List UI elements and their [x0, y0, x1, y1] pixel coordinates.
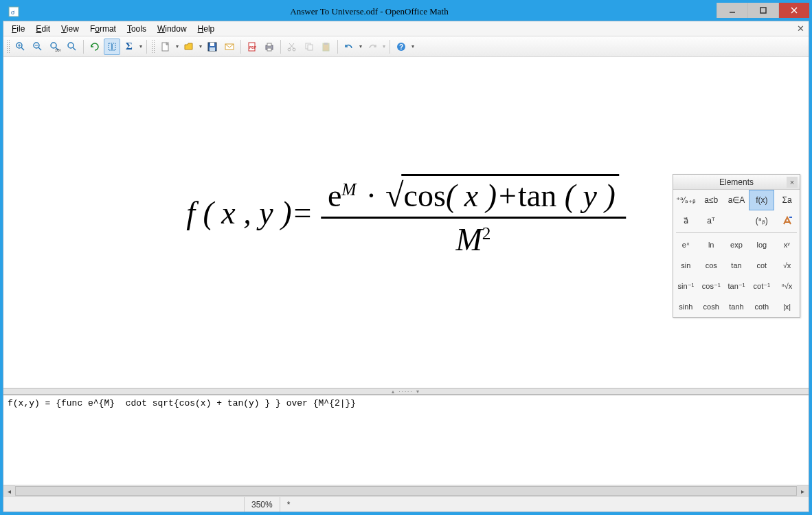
refresh-button[interactable] — [87, 39, 103, 55]
svg-rect-35 — [308, 45, 313, 50]
export-pdf-button[interactable]: PDF — [244, 39, 260, 55]
fn-coth[interactable]: coth — [749, 296, 774, 317]
scroll-left-icon[interactable]: ◂ — [3, 485, 15, 497]
document-close-icon[interactable]: ✕ — [797, 23, 804, 34]
undo-button[interactable] — [341, 39, 357, 55]
numerator: eM · √cos( x )+tan ( y ) — [321, 174, 626, 219]
fn-ln[interactable]: ln — [699, 234, 724, 255]
new-dropdown[interactable]: ▾ — [174, 43, 180, 50]
zoom-fit-button[interactable] — [64, 39, 80, 55]
copy-button[interactable] — [301, 39, 317, 55]
fn-sin[interactable]: sin — [673, 255, 699, 276]
zoom-100-button[interactable]: 100 — [47, 39, 63, 55]
fn-log[interactable]: log — [749, 234, 774, 255]
svg-point-16 — [68, 43, 74, 48]
toolbar-dropdown-1[interactable]: ▾ — [138, 43, 144, 50]
fn-cot[interactable]: cot — [749, 255, 774, 276]
formula-source-input[interactable]: f(x,y) = {func e^{M} cdot sqrt{cos(x) + … — [3, 395, 809, 485]
scroll-right-icon[interactable]: ▸ — [797, 485, 809, 497]
app-icon: σ — [5, 3, 22, 20]
zoom-in-button[interactable] — [12, 39, 29, 55]
elements-button[interactable]: Σ — [121, 39, 137, 55]
fn-arccos[interactable]: cos⁻¹ — [699, 276, 724, 296]
svg-line-17 — [73, 47, 76, 50]
elements-function-grid: eˣ ln exp log xʸ sin cos tan cot √x sin⁻… — [673, 234, 800, 317]
zoom-out-button[interactable] — [30, 39, 46, 55]
menu-view[interactable]: View — [56, 23, 84, 35]
den-exp: 2 — [482, 223, 491, 243]
save-button[interactable] — [204, 39, 221, 55]
close-button[interactable] — [778, 3, 809, 18]
fn-tan[interactable]: tan — [724, 255, 749, 276]
fn-cosh[interactable]: cosh — [699, 296, 724, 317]
fn-nroot[interactable]: ⁿ√x — [774, 276, 800, 296]
svg-rect-29 — [267, 48, 271, 51]
toolbar-grip[interactable] — [6, 39, 10, 54]
rendered-formula: f ( x , y )= eM · √cos( x )+tan ( y ) M2 — [186, 174, 626, 258]
paste-button[interactable] — [318, 39, 335, 55]
elements-close-icon[interactable]: × — [787, 177, 798, 188]
menu-format[interactable]: Format — [84, 23, 122, 35]
print-button[interactable] — [261, 39, 278, 55]
menu-file[interactable]: File — [6, 23, 30, 35]
toolbar-dropdown-2[interactable]: ▾ — [410, 43, 416, 50]
open-button[interactable] — [181, 39, 197, 55]
fn-exp-e[interactable]: eˣ — [673, 234, 699, 255]
redo-button[interactable] — [364, 39, 381, 55]
cat-unary-binary[interactable]: ⁺ᵃ⁄ₐ₊ᵦ — [673, 190, 699, 210]
fn-arctan[interactable]: tan⁻¹ — [724, 276, 749, 296]
cat-set-ops[interactable]: a∈A — [724, 190, 749, 210]
fraction: eM · √cos( x )+tan ( y ) M2 — [321, 174, 626, 258]
fn-cos[interactable]: cos — [699, 255, 724, 276]
menu-help[interactable]: Help — [192, 23, 221, 35]
scroll-thumb[interactable] — [15, 486, 797, 496]
formula-cursor-button[interactable] — [104, 39, 120, 55]
elements-category-grid: ⁺ᵃ⁄ₐ₊ᵦ a≤b a∈A f(x) Σa a⃗ aᵀ (ᵃᵦ) — [673, 190, 800, 231]
menu-window[interactable]: Window — [152, 23, 192, 35]
window-title: Answer To Universe.odf - OpenOffice Math — [22, 6, 717, 17]
cat-relations[interactable]: a≤b — [699, 190, 724, 210]
toolbar-grip-2[interactable] — [151, 39, 155, 54]
cat-formats[interactable] — [774, 210, 800, 231]
pane-splitter[interactable]: ▴ ····· ▾ — [3, 388, 809, 395]
cat-attributes[interactable]: a⃗ — [673, 210, 699, 231]
menu-edit[interactable]: Edit — [30, 23, 56, 35]
fn-abs[interactable]: |x| — [774, 296, 800, 317]
cdot: · — [364, 178, 378, 213]
fn-power[interactable]: xʸ — [774, 234, 800, 255]
minimize-button[interactable] — [717, 3, 747, 18]
svg-rect-37 — [324, 43, 328, 45]
new-button[interactable] — [157, 39, 174, 55]
cat-brackets[interactable]: (ᵃᵦ) — [749, 210, 774, 231]
main-area: f ( x , y )= eM · √cos( x )+tan ( y ) M2 — [3, 57, 809, 512]
fn-sinh[interactable]: sinh — [673, 296, 699, 317]
lhs: f ( x , y )= — [186, 195, 313, 230]
formula-canvas[interactable]: f ( x , y )= eM · √cos( x )+tan ( y ) M2 — [3, 57, 809, 388]
cat-operators[interactable]: Σa — [774, 190, 800, 210]
cat-empty — [724, 210, 749, 231]
elements-panel[interactable]: Elements × ⁺ᵃ⁄ₐ₊ᵦ a≤b a∈A f(x) Σa a⃗ aᵀ … — [673, 174, 800, 318]
open-dropdown[interactable]: ▾ — [198, 43, 203, 50]
fn-tanh[interactable]: tanh — [724, 296, 749, 317]
maximize-button[interactable] — [747, 3, 778, 18]
cut-button[interactable] — [284, 39, 300, 55]
menu-tools[interactable]: Tools — [122, 23, 152, 35]
fn-sqrt[interactable]: √x — [774, 255, 800, 276]
denominator: M2 — [321, 219, 626, 258]
editor-hscrollbar[interactable]: ◂ ▸ — [3, 485, 809, 496]
cat-others[interactable]: aᵀ — [699, 210, 724, 231]
fn-exp[interactable]: exp — [724, 234, 749, 255]
svg-text:100: 100 — [55, 48, 60, 52]
undo-dropdown[interactable]: ▾ — [358, 43, 363, 50]
elements-title[interactable]: Elements × — [673, 175, 800, 190]
help-button[interactable]: ? — [393, 39, 409, 55]
mail-button[interactable] — [221, 39, 238, 55]
den-base: M — [455, 222, 482, 257]
fn-arccot[interactable]: cot⁻¹ — [749, 276, 774, 296]
cat-functions[interactable]: f(x) — [749, 190, 774, 210]
svg-line-7 — [21, 47, 24, 50]
fn-arcsin[interactable]: sin⁻¹ — [673, 276, 699, 296]
app-window: σ Answer To Universe.odf - OpenOffice Ma… — [3, 3, 809, 512]
status-zoom[interactable]: 350% — [244, 497, 280, 512]
redo-dropdown[interactable]: ▾ — [381, 43, 387, 50]
